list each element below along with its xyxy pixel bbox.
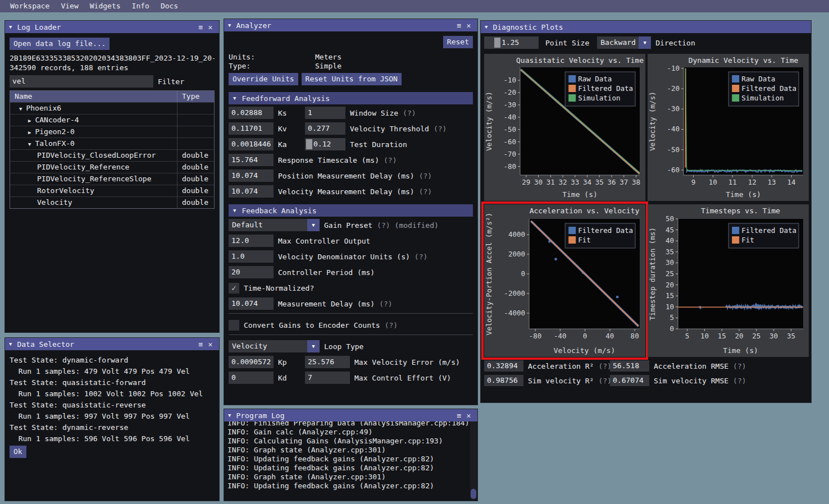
collapse-arrow-icon[interactable]: ▼ (9, 341, 12, 347)
scrollbar-thumb[interactable] (471, 489, 476, 499)
collapse-arrow-icon[interactable]: ▼ (485, 24, 488, 30)
convert-gains-checkbox[interactable] (229, 320, 239, 331)
stat-value-input[interactable]: 0.67074 (610, 375, 649, 386)
stat-value-input[interactable]: 56.518 (610, 360, 649, 372)
limit-input[interactable]: 7 (305, 372, 350, 384)
reset-units-button[interactable]: Reset Units from JSON (302, 73, 402, 85)
column-header-type[interactable]: Type (177, 91, 214, 102)
close-icon[interactable]: ✕ (206, 23, 215, 31)
velocity-threshold-input[interactable]: 0.277 (305, 122, 345, 135)
direction-combo[interactable]: Backward ▼ (597, 36, 651, 49)
expand-arrow-icon[interactable]: ▶ (28, 130, 31, 135)
collapse-arrow-icon[interactable]: ▼ (233, 208, 236, 213)
expand-arrow-icon[interactable]: ▶ (28, 118, 31, 123)
chevron-down-icon[interactable]: ▼ (307, 219, 320, 231)
limit-input[interactable]: 25.576 (305, 356, 350, 368)
direction-value[interactable]: Backward (597, 36, 639, 49)
table-row[interactable]: ▼TalonFX-0 (10, 138, 214, 149)
gain-kv-input[interactable]: 0.11701 (229, 122, 274, 135)
plot-quasistatic-velocity[interactable]: Quasistatic Velocity vs. TimeVelocity (m… (484, 54, 645, 201)
chart-dynamic-velocity[interactable]: Dynamic Velocity vs. TimeVelocity (m/s)-… (648, 54, 809, 201)
window-menu-icon[interactable]: ≡ (196, 23, 206, 31)
chevron-down-icon[interactable]: ▼ (639, 36, 651, 49)
collapse-arrow-icon[interactable]: ▼ (228, 22, 231, 28)
response-timescale-ms--input[interactable]: 15.764 (229, 154, 274, 166)
table-row[interactable]: ▶CANcoder-4 (10, 114, 214, 126)
menu-item-info[interactable]: Info (126, 0, 155, 12)
table-row[interactable]: PIDVelocity_Referencedouble (10, 161, 214, 173)
max-controller-output-input[interactable]: 12.0 (229, 235, 274, 247)
collapse-arrow-icon[interactable]: ▼ (9, 24, 12, 30)
window-menu-icon[interactable]: ≡ (196, 340, 206, 349)
test-state-line: Run 1 samples: 479 Volt 479 Pos 479 Vel (10, 366, 215, 377)
slider-grab[interactable] (494, 38, 500, 48)
feedback-section-header[interactable]: ▼ Feedback Analysis (229, 204, 473, 217)
gain-kd-input[interactable]: 0 (229, 372, 274, 384)
collapse-arrow-icon[interactable]: ▼ (19, 106, 22, 112)
loop-type-combo[interactable]: Velocity ▼ (229, 340, 320, 352)
test-duration-slider[interactable]: 0.12 (305, 138, 345, 150)
chart-timesteps[interactable]: Timesteps vs. TimeTimestep duration (ms)… (648, 204, 809, 357)
collapse-arrow-icon[interactable]: ▼ (233, 95, 236, 101)
svg-text:20: 20 (666, 281, 674, 289)
open-log-file-button[interactable]: Open data log file... (10, 38, 110, 50)
analyzer-titlebar[interactable]: ▼ Analyzer ≡ ✕ (224, 19, 477, 31)
filter-input[interactable]: vel (10, 75, 153, 88)
time-normalized-checkbox[interactable]: ✓ (229, 283, 239, 294)
measurement-delay-input[interactable]: 10.074 (229, 297, 274, 310)
table-row[interactable]: PIDVelocity_ClosedLoopErrordouble (10, 149, 214, 161)
table-row[interactable]: PIDVelocity_ReferenceSlopedouble (10, 173, 214, 185)
reset-button[interactable]: Reset (443, 36, 473, 48)
gain-ka-input[interactable]: 0.0018446 (229, 138, 274, 150)
table-row[interactable]: ▼Phoenix6 (10, 102, 214, 114)
menu-item-view[interactable]: View (55, 0, 84, 12)
velocity-denominator-units-s--input[interactable]: 1.0 (229, 250, 274, 263)
svg-text:Fit: Fit (741, 236, 754, 244)
controller-period-ms--input[interactable]: 20 (229, 266, 274, 278)
gain-preset-combo[interactable]: Default ▼ (229, 219, 320, 231)
gain-kp-input[interactable]: 0.0090572 (229, 356, 274, 368)
scrollbar[interactable] (470, 422, 477, 500)
collapse-arrow-icon[interactable]: ▼ (228, 413, 231, 418)
plot-dynamic-velocity[interactable]: Dynamic Velocity vs. TimeVelocity (m/s)-… (648, 54, 809, 201)
menu-item-workspace[interactable]: Workspace (4, 0, 55, 12)
window-menu-icon[interactable]: ≡ (454, 411, 464, 420)
collapse-arrow-icon[interactable]: ▼ (28, 141, 31, 147)
position-measurement-delay-ms--input[interactable]: 10.074 (229, 169, 274, 182)
window-size-input[interactable]: 1 (305, 107, 345, 119)
gain-ks-input[interactable]: 0.02888 (229, 107, 274, 119)
window-menu-icon[interactable]: ≡ (454, 21, 464, 30)
stat-value-input[interactable]: 0.98756 (484, 375, 523, 386)
chart-quasistatic-velocity[interactable]: Quasistatic Velocity vs. TimeVelocity (m… (484, 54, 645, 201)
close-icon[interactable]: ✕ (464, 411, 473, 420)
stat-value-input[interactable]: 0.32894 (484, 360, 523, 372)
point-size-slider[interactable]: 1.25 (484, 36, 539, 49)
plot-accel-vs-velocity[interactable]: Acceleration vs. VelocityVelocity-Portio… (484, 204, 645, 357)
data-selector-titlebar[interactable]: ▼ Data Selector ≡ ✕ (5, 338, 219, 350)
svg-text:Velocity (m/s): Velocity (m/s) (648, 91, 657, 150)
stat-label: Sim velocity R²(?) (528, 377, 605, 385)
override-units-button[interactable]: Override Units (229, 73, 298, 85)
log-loader-titlebar[interactable]: ▼ Log Loader ≡ ✕ (5, 21, 219, 33)
close-icon[interactable]: ✕ (464, 21, 473, 30)
gain-label: Ka (278, 140, 305, 149)
ok-button[interactable]: Ok (10, 446, 26, 458)
loop-type-value[interactable]: Velocity (229, 340, 307, 352)
chart-accel-vs-velocity[interactable]: Acceleration vs. VelocityVelocity-Portio… (484, 204, 645, 357)
slider-grab[interactable] (306, 139, 312, 149)
gain-preset-value[interactable]: Default (229, 219, 307, 231)
diagnostic-plots-titlebar[interactable]: ▼ Diagnostic Plots (481, 21, 811, 33)
column-header-name[interactable]: Name (10, 91, 177, 102)
menu-item-docs[interactable]: Docs (155, 0, 184, 12)
program-log-titlebar[interactable]: ▼ Program Log ≡ ✕ (224, 409, 477, 421)
velocity-measurement-delay-ms--input[interactable]: 10.074 (229, 185, 274, 198)
close-icon[interactable]: ✕ (206, 340, 215, 349)
svg-text:20: 20 (735, 332, 744, 340)
plot-timesteps[interactable]: Timesteps vs. TimeTimestep duration (ms)… (648, 204, 809, 357)
table-row[interactable]: RotorVelocitydouble (10, 185, 214, 196)
feedforward-section-header[interactable]: ▼ Feedforward Analysis (229, 92, 473, 104)
chevron-down-icon[interactable]: ▼ (307, 340, 320, 352)
menu-item-widgets[interactable]: Widgets (84, 0, 126, 12)
table-row[interactable]: Velocitydouble (10, 196, 214, 208)
table-row[interactable]: ▶Pigeon2-0 (10, 126, 214, 138)
